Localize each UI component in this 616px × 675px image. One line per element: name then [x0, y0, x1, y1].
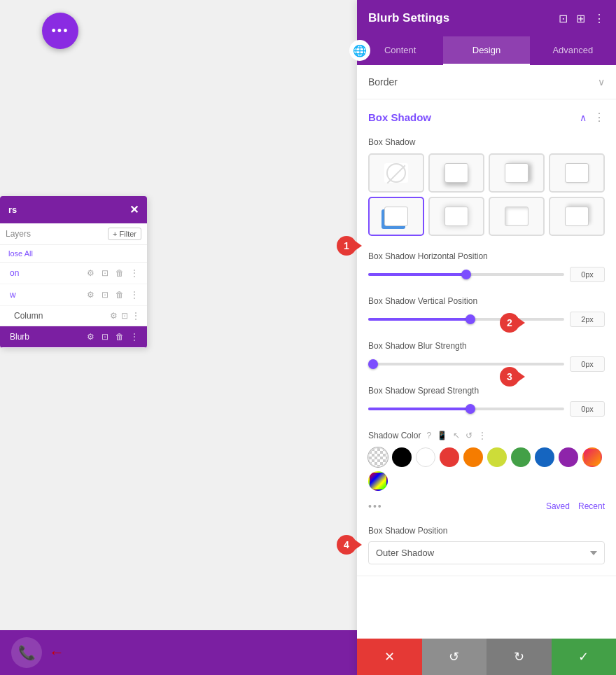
phone-button[interactable]: 📞: [11, 637, 42, 668]
blur-strength-thumb[interactable]: [368, 359, 378, 369]
globe-icon[interactable]: 🌐: [349, 40, 370, 61]
swatch-gradient[interactable]: [368, 471, 388, 491]
swatch-purple[interactable]: [559, 447, 578, 467]
more-swatches-icon[interactable]: •••: [368, 501, 383, 512]
border-section: Border ∨: [357, 65, 616, 99]
layer-menu-icon-blurb[interactable]: ⋮: [129, 331, 140, 342]
layer-settings-icon-col[interactable]: ⚙: [110, 311, 118, 321]
vertical-position-label: Box Shadow Vertical Position: [368, 296, 605, 306]
shadow-color-label-row: Shadow Color ? 📱 ↖ ↺ ⋮: [368, 431, 605, 440]
phone-icon[interactable]: 📱: [437, 431, 447, 440]
layer-duplicate-icon-blurb[interactable]: ⊡: [99, 331, 111, 342]
layer-duplicate-icon-2[interactable]: ⊡: [99, 289, 111, 300]
box-shadow-menu-icon[interactable]: ⋮: [594, 111, 605, 124]
shadow-options-grid: [357, 153, 616, 247]
blur-strength-track[interactable]: [368, 363, 564, 366]
shadow-preview-none: [384, 163, 408, 183]
layer-settings-icon[interactable]: ⚙: [85, 267, 96, 279]
cursor-icon[interactable]: ↖: [453, 431, 460, 440]
layer-trash-icon[interactable]: 🗑: [114, 267, 125, 279]
shadow-preview-light: [565, 163, 589, 183]
box-shadow-label: Box Shadow: [357, 135, 616, 153]
swatch-black[interactable]: [392, 447, 412, 467]
layer-item-blurb[interactable]: Blurb ⚙ ⊡ 🗑 ⋮: [0, 326, 147, 348]
settings-header: Blurb Settings ⊡ ⊞ ⋮: [357, 0, 616, 36]
swatch-orange[interactable]: [463, 447, 483, 467]
swatch-red[interactable]: [440, 447, 459, 467]
layer-duplicate-icon[interactable]: ⊡: [99, 267, 111, 279]
layer-settings-icon-2[interactable]: ⚙: [85, 289, 96, 300]
horizontal-position-input[interactable]: [570, 267, 605, 282]
vertical-position-input[interactable]: [570, 312, 605, 327]
layer-trash-icon-blurb[interactable]: 🗑: [114, 331, 125, 342]
more-color-icon[interactable]: ⋮: [478, 431, 486, 440]
blur-strength-input[interactable]: [570, 356, 605, 372]
swatch-checker[interactable]: [368, 447, 388, 467]
close-all-button[interactable]: lose All: [0, 245, 147, 263]
swatch-blue[interactable]: [535, 447, 554, 467]
shadow-option-inset[interactable]: [489, 197, 545, 236]
shadow-option-bottom-left[interactable]: [368, 197, 424, 236]
vertical-position-row: Box Shadow Vertical Position: [357, 292, 616, 337]
help-icon[interactable]: ?: [426, 431, 431, 440]
box-shadow-position-label: Box Shadow Position: [368, 526, 605, 536]
box-shadow-position-select[interactable]: Outer Shadow Inner Shadow: [368, 541, 605, 564]
spread-strength-control: [368, 401, 605, 417]
shadow-option-full[interactable]: [428, 197, 484, 236]
layer-item-column[interactable]: Column ⚙ ⊡ ⋮: [0, 306, 147, 326]
tab-advanced[interactable]: Advanced: [530, 36, 616, 65]
swatch-pink[interactable]: [582, 447, 602, 467]
spread-strength-label: Box Shadow Spread Strength: [368, 386, 605, 396]
horizontal-position-thumb[interactable]: [461, 270, 471, 279]
cancel-button[interactable]: ✕: [357, 639, 422, 675]
swatch-white[interactable]: [416, 447, 435, 467]
confirm-button[interactable]: ✓: [552, 639, 617, 675]
menu-dots-icon: •••: [52, 24, 69, 39]
layer-menu-icon[interactable]: ⋮: [129, 267, 140, 279]
recent-button[interactable]: Recent: [578, 501, 605, 511]
layer-icons-2: ⚙ ⊡ 🗑 ⋮: [85, 289, 140, 300]
saved-button[interactable]: Saved: [546, 501, 570, 511]
layer-duplicate-icon-col[interactable]: ⊡: [121, 311, 128, 321]
layer-label-w: w: [10, 290, 85, 300]
layer-menu-icon-col[interactable]: ⋮: [132, 311, 140, 321]
layers-title: rs: [8, 204, 17, 215]
swatch-yellow[interactable]: [487, 447, 507, 467]
more-icon[interactable]: ⋮: [594, 12, 605, 25]
tab-design[interactable]: Design: [443, 36, 529, 65]
layer-trash-icon-2[interactable]: 🗑: [114, 289, 125, 300]
grid-icon[interactable]: ⊞: [576, 12, 585, 25]
layer-item-w[interactable]: w ⚙ ⊡ 🗑 ⋮: [0, 284, 147, 306]
filter-button[interactable]: + Filter: [108, 228, 141, 240]
box-shadow-section-header[interactable]: Box Shadow ∧ ⋮: [357, 99, 616, 135]
shadow-option-right[interactable]: [489, 153, 545, 193]
color-swatches: [368, 447, 605, 491]
shadow-option-below[interactable]: [428, 153, 484, 193]
spread-strength-input[interactable]: [570, 401, 605, 417]
resize-icon[interactable]: ⊡: [559, 12, 568, 25]
undo-button[interactable]: ↺: [422, 639, 487, 675]
shadow-color-section: Shadow Color ? 📱 ↖ ↺ ⋮: [357, 426, 616, 522]
layer-settings-icon-blurb[interactable]: ⚙: [85, 331, 96, 342]
spread-strength-track[interactable]: [368, 408, 564, 410]
swatch-green[interactable]: [511, 447, 531, 467]
menu-button[interactable]: •••: [42, 13, 78, 49]
shadow-option-top-right[interactable]: [549, 197, 605, 236]
shadow-option-light[interactable]: [549, 153, 605, 193]
layers-close-button[interactable]: ✕: [130, 203, 139, 216]
horizontal-position-track[interactable]: [368, 273, 564, 276]
layers-search-row: Layers + Filter: [0, 223, 147, 245]
redo-button[interactable]: ↻: [486, 639, 552, 675]
vertical-position-track[interactable]: [368, 318, 564, 321]
spread-strength-thumb[interactable]: [465, 404, 475, 414]
vertical-position-thumb[interactable]: [465, 314, 475, 324]
spread-strength-fill: [368, 408, 470, 410]
layers-search-label: Layers: [6, 229, 104, 239]
layer-item-on[interactable]: on ⚙ ⊡ 🗑 ⋮: [0, 263, 147, 284]
horizontal-position-label: Box Shadow Horizontal Position: [368, 251, 605, 261]
shadow-option-none[interactable]: [368, 153, 424, 193]
border-section-header[interactable]: Border ∨: [357, 65, 616, 99]
layer-menu-icon-2[interactable]: ⋮: [129, 289, 140, 300]
settings-scroll[interactable]: Border ∨ Box Shadow ∧ ⋮ Box Shadow: [357, 65, 616, 639]
undo-color-icon[interactable]: ↺: [465, 431, 472, 440]
